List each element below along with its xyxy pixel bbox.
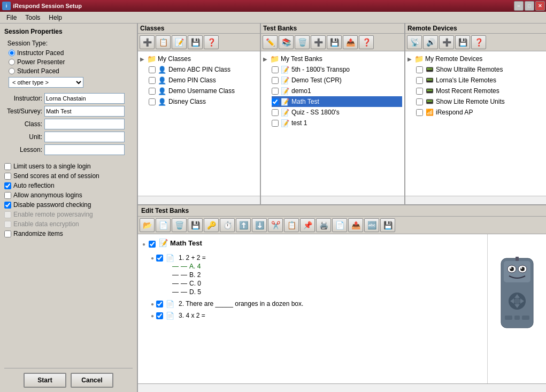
tb-edit-btn[interactable]: ✏️: [263, 35, 278, 49]
remote-hscroll[interactable]: [405, 196, 546, 204]
radio-instructor[interactable]: [9, 50, 15, 56]
etb-timer-btn[interactable]: ⏱️: [220, 218, 235, 232]
q2-checkbox[interactable]: [156, 301, 163, 308]
cb-limit-users-input[interactable]: [4, 163, 11, 170]
class-cb-3[interactable]: [149, 88, 156, 95]
testsurvey-input[interactable]: [44, 106, 125, 117]
etb-save2-btn[interactable]: 💾: [188, 218, 203, 232]
rd-cb-5[interactable]: [416, 109, 423, 116]
classes-hscroll[interactable]: [138, 196, 260, 204]
testbanks-hscroll[interactable]: [261, 196, 404, 204]
lesson-input[interactable]: [44, 144, 125, 155]
rd-cb-4[interactable]: [416, 98, 423, 105]
etb-up-btn[interactable]: ⬆️: [236, 218, 251, 232]
instructor-input[interactable]: [44, 93, 125, 104]
tb-cb-2[interactable]: [272, 77, 279, 84]
list-item[interactable]: 📝 test 1: [272, 118, 402, 128]
etb-cut-btn[interactable]: ✂️: [268, 218, 283, 232]
cb-anon-logins-input[interactable]: [4, 192, 11, 199]
testbanks-root-item[interactable]: ▶ 📁 My Test Banks: [263, 53, 402, 64]
class-input[interactable]: [44, 119, 125, 129]
tb-save-btn[interactable]: 💾: [327, 35, 342, 49]
etb-export2-btn[interactable]: 📤: [348, 218, 363, 232]
list-item[interactable]: 📟 Show Ultralite Remotes: [416, 64, 544, 75]
class-cb-1[interactable]: [149, 66, 156, 73]
tb-cb-5[interactable]: [272, 109, 279, 116]
unit-input[interactable]: [44, 132, 125, 142]
list-item[interactable]: 👤 Demo ABC PIN Class: [149, 64, 258, 75]
start-button[interactable]: Start: [24, 373, 66, 388]
tb-delete-btn[interactable]: 🗑️: [295, 35, 310, 49]
tb-add-btn[interactable]: ➕: [311, 35, 326, 49]
etb-open-btn[interactable]: 📂: [140, 218, 155, 232]
list-item[interactable]: 📟 Lorna's Lite Remotes: [416, 75, 544, 86]
menu-file[interactable]: File: [2, 13, 21, 22]
etb-paste-btn[interactable]: 📌: [300, 218, 315, 232]
close-button[interactable]: ✕: [535, 1, 545, 11]
test-title-checkbox[interactable]: [149, 241, 156, 248]
hscroll-inner[interactable]: [138, 384, 546, 393]
cb-auto-reflection-input[interactable]: [4, 182, 11, 189]
cb-disable-password-input[interactable]: [4, 202, 11, 209]
rd-cb-2[interactable]: [416, 77, 423, 84]
list-item[interactable]: 👤 Demo Username Class: [149, 86, 258, 96]
list-item[interactable]: 📟 Show Lite Remote Units: [416, 96, 544, 107]
maximize-button[interactable]: □: [525, 1, 534, 11]
q1-checkbox[interactable]: [156, 255, 163, 262]
list-item[interactable]: 📝 Quiz - SS 1800's: [272, 107, 402, 118]
etb-new-btn[interactable]: 📄: [156, 218, 171, 232]
etb-spell-btn[interactable]: 🔤: [364, 218, 379, 232]
etb-print-btn[interactable]: 🖨️: [316, 218, 331, 232]
tb-open-btn[interactable]: 📚: [279, 35, 294, 49]
list-item[interactable]: 📶 iRespond AP: [416, 107, 544, 118]
etb-copy-btn[interactable]: 📋: [284, 218, 299, 232]
list-item[interactable]: 📝 demo1: [272, 86, 402, 96]
cb-enable-encryption-input[interactable]: [4, 221, 11, 228]
rd-btn2[interactable]: 🔊: [423, 35, 438, 49]
rd-cb-1[interactable]: [416, 66, 423, 73]
rd-btn1[interactable]: 📡: [407, 35, 422, 49]
cb-enable-powersaving-input[interactable]: [4, 211, 11, 218]
rd-btn4[interactable]: 💾: [455, 35, 470, 49]
q3-checkbox[interactable]: [156, 312, 163, 319]
classes-edit-btn[interactable]: 📝: [172, 35, 187, 49]
classes-help-btn[interactable]: ❓: [204, 35, 219, 49]
cb-randomize-input[interactable]: [4, 230, 11, 237]
radio-student-paced[interactable]: [9, 68, 15, 74]
class-cb-4[interactable]: [149, 98, 156, 105]
bottom-hscroll[interactable]: [138, 383, 546, 392]
minimize-button[interactable]: −: [514, 1, 524, 11]
menu-tools[interactable]: Tools: [21, 13, 44, 22]
remote-root-item[interactable]: ▶ 📁 My Remote Devices: [407, 53, 544, 64]
etb-pdf-btn[interactable]: 📄: [332, 218, 347, 232]
tb-export-btn[interactable]: 📤: [343, 35, 358, 49]
tb-cb-3[interactable]: [272, 88, 279, 95]
list-item[interactable]: 📝 Demo Test (CPR): [272, 75, 402, 86]
etb-down-btn[interactable]: ⬇️: [252, 218, 267, 232]
tb-cb-6[interactable]: [272, 120, 279, 127]
tb-cb-4[interactable]: [272, 98, 279, 105]
cancel-button[interactable]: Cancel: [71, 373, 113, 388]
etb-savefinal-btn[interactable]: 💾: [380, 218, 395, 232]
classes-root-item[interactable]: ▶ 📁 My Classes: [140, 53, 258, 64]
tb-help-btn[interactable]: ❓: [359, 35, 374, 49]
etb-delete-btn[interactable]: 🗑️: [172, 218, 187, 232]
classes-save-btn[interactable]: 💾: [188, 35, 203, 49]
session-type-combo[interactable]: < other type >: [9, 77, 83, 88]
list-item[interactable]: 👤 Disney Class: [149, 96, 258, 107]
classes-add-btn[interactable]: ➕: [140, 35, 155, 49]
etb-key-btn[interactable]: 🔑: [204, 218, 219, 232]
list-item[interactable]: 📝 5th - 1800's Transpo: [272, 64, 402, 75]
radio-power-presenter[interactable]: [9, 59, 15, 65]
rd-btn3[interactable]: ➕: [439, 35, 454, 49]
list-item[interactable]: 📝 Math Test: [272, 96, 402, 107]
class-cb-2[interactable]: [149, 77, 156, 84]
rd-help-btn[interactable]: ❓: [471, 35, 486, 49]
classes-new-btn[interactable]: 📋: [156, 35, 171, 49]
rd-cb-3[interactable]: [416, 88, 423, 95]
tb-cb-1[interactable]: [272, 66, 279, 73]
menu-help[interactable]: Help: [44, 13, 66, 22]
cb-send-scores-input[interactable]: [4, 173, 11, 180]
list-item[interactable]: 👤 Demo PIN Class: [149, 75, 258, 86]
list-item[interactable]: 📟 Most Recent Remotes: [416, 86, 544, 96]
